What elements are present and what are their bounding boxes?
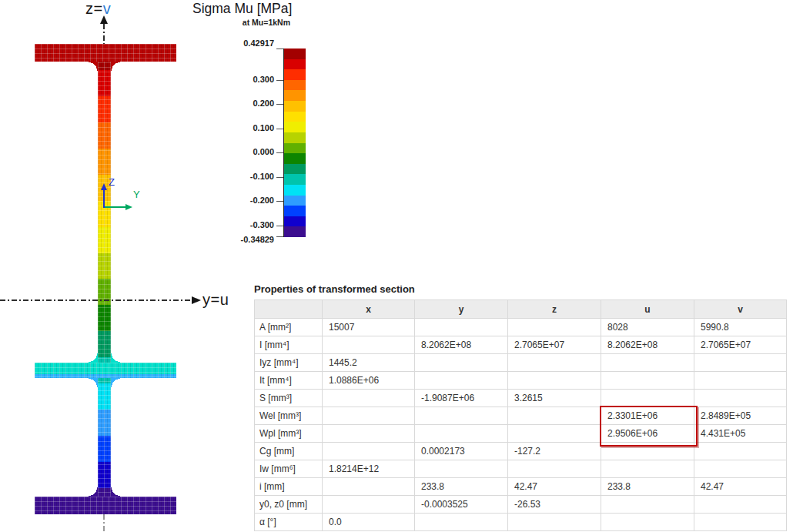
table-row: S [mm³] -1.9087E+06 3.2615 bbox=[255, 390, 787, 407]
local-y-axis-arrow-icon bbox=[125, 204, 132, 210]
horizontal-centroid-line bbox=[0, 299, 192, 301]
cell bbox=[601, 390, 694, 407]
section-properties-view: z=v y=u Z Y Sigma Mu [MPa] at Mu=1kNm bbox=[0, 0, 793, 532]
local-y-axis-label: Y bbox=[133, 189, 140, 200]
web-fillet bbox=[89, 487, 98, 497]
cell bbox=[323, 496, 415, 514]
web-fillet bbox=[89, 378, 98, 387]
cell bbox=[601, 514, 694, 531]
legend-tick-label: 0.200 bbox=[222, 99, 274, 108]
horizontal-axis-arrow-icon bbox=[192, 296, 201, 304]
cell bbox=[415, 407, 508, 425]
cell bbox=[601, 496, 694, 514]
table-row: Cg [mm] 0.0002173 -127.2 bbox=[255, 443, 787, 460]
cell bbox=[508, 425, 601, 443]
cell-highlighted: 2.9506E+06 bbox=[601, 425, 694, 443]
table-row: i [mm] 233.8 42.47 233.8 42.47 bbox=[255, 478, 787, 496]
cell bbox=[694, 390, 787, 407]
legend-title: Sigma Mu [MPa] bbox=[192, 1, 292, 17]
section-middle-flange bbox=[35, 363, 176, 378]
cell bbox=[415, 354, 508, 372]
row-label: i [mm] bbox=[255, 478, 323, 496]
cell bbox=[694, 460, 787, 478]
table-row: Wpl [mm³] 2.9506E+06 4.431E+05 bbox=[255, 425, 787, 443]
cell: -0.0003525 bbox=[415, 496, 508, 514]
cell bbox=[323, 390, 415, 407]
legend-tick-label: 0.300 bbox=[222, 75, 274, 84]
row-label: Iw [mm⁶] bbox=[255, 460, 323, 478]
local-z-axis-label: Z bbox=[109, 176, 115, 188]
cell: 233.8 bbox=[601, 478, 694, 496]
cell: 3.2615 bbox=[508, 390, 601, 407]
column-header-blank bbox=[255, 300, 323, 319]
legend-subtitle: at Mu=1kNm bbox=[192, 18, 290, 27]
cell bbox=[694, 443, 787, 460]
row-label: S [mm³] bbox=[255, 390, 323, 407]
row-label: A [mm²] bbox=[255, 319, 323, 336]
table-row: α [°] 0.0 bbox=[255, 514, 787, 531]
cell bbox=[323, 425, 415, 443]
cell: 0.0002173 bbox=[415, 443, 508, 460]
cell bbox=[508, 407, 601, 425]
local-z-axis-arrow-icon bbox=[101, 183, 107, 190]
horizontal-axis-prefix: y= bbox=[202, 291, 220, 308]
cell: 1.8214E+12 bbox=[323, 460, 415, 478]
legend-tick bbox=[276, 80, 283, 81]
web-fillet bbox=[111, 378, 120, 387]
legend-tick bbox=[276, 129, 283, 129]
cell bbox=[415, 319, 508, 336]
legend-tick-label: 0.000 bbox=[222, 147, 274, 156]
vertical-axis-prefix: z= bbox=[85, 0, 103, 17]
cell bbox=[601, 443, 694, 460]
cell bbox=[323, 336, 415, 354]
cell bbox=[415, 425, 508, 443]
legend-bar bbox=[283, 49, 306, 237]
vertical-axis-letter: v bbox=[103, 0, 112, 17]
cell bbox=[694, 354, 787, 372]
cell bbox=[508, 514, 601, 531]
horizontal-axis-letter: u bbox=[220, 291, 229, 308]
row-label: It [mm⁴] bbox=[255, 372, 323, 390]
legend-tick bbox=[276, 177, 283, 178]
row-label: α [°] bbox=[255, 514, 323, 531]
cell bbox=[508, 319, 601, 336]
cell: -1.9087E+06 bbox=[415, 390, 508, 407]
column-header-z: z bbox=[508, 300, 601, 319]
cell: 8.2062E+08 bbox=[601, 336, 694, 354]
cell: 2.7065E+07 bbox=[508, 336, 601, 354]
cell bbox=[694, 514, 787, 531]
column-header-v: v bbox=[694, 300, 787, 319]
cell-highlighted: 2.3301E+06 bbox=[601, 407, 694, 425]
cell bbox=[508, 354, 601, 372]
web-fillet bbox=[89, 353, 98, 363]
cell: 8028 bbox=[601, 319, 694, 336]
web-fillet bbox=[111, 62, 120, 71]
section-bottom-flange bbox=[35, 497, 176, 514]
table-header: x y z u v bbox=[255, 300, 787, 319]
table-row: It [mm⁴] 1.0886E+06 bbox=[255, 372, 787, 390]
cell: 0.0 bbox=[323, 514, 415, 531]
legend-tick-label: -0.200 bbox=[222, 196, 274, 205]
properties-table: x y z u v A [mm²] 15007 8028 5990.8 I bbox=[254, 299, 787, 531]
legend-tick-label: 0.100 bbox=[222, 123, 274, 132]
cell: 2.7065E+07 bbox=[694, 336, 787, 354]
web-fillet bbox=[111, 353, 120, 363]
row-label: Wel [mm³] bbox=[255, 407, 323, 425]
cell: 42.47 bbox=[694, 478, 787, 496]
local-z-axis-line bbox=[103, 190, 105, 208]
cell: 8.2062E+08 bbox=[415, 336, 508, 354]
legend-tick bbox=[276, 49, 283, 49]
cell bbox=[415, 372, 508, 390]
table-title: Properties of transformed section bbox=[254, 283, 786, 299]
cell: 1445.2 bbox=[323, 354, 415, 372]
column-header-y: y bbox=[415, 300, 508, 319]
row-label: I [mm⁴] bbox=[255, 336, 323, 354]
cell: -26.53 bbox=[508, 496, 601, 514]
row-label: Cg [mm] bbox=[255, 443, 323, 460]
cell: 42.47 bbox=[508, 478, 601, 496]
cell: 2.8489E+05 bbox=[694, 407, 787, 425]
cell bbox=[601, 460, 694, 478]
cell bbox=[601, 354, 694, 372]
cell: 4.431E+05 bbox=[694, 425, 787, 443]
legend-tick bbox=[276, 226, 283, 226]
